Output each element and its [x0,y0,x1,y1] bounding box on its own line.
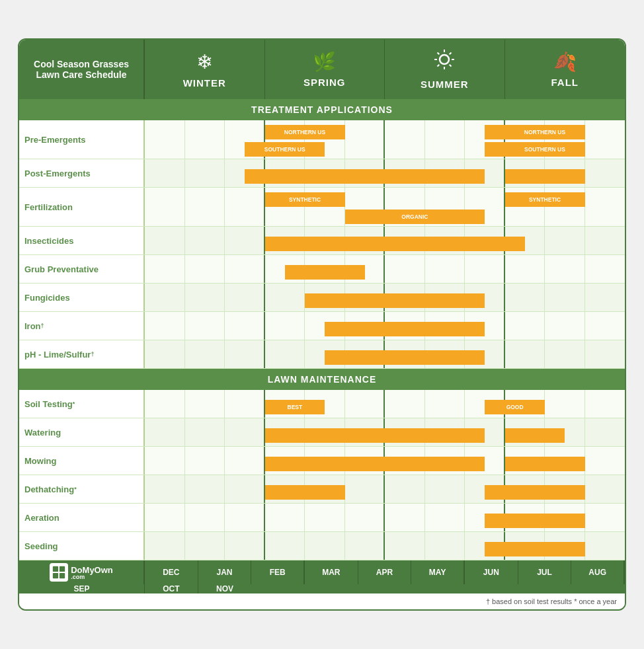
bars-6 [145,312,625,340]
month-label-JUL: JUL [518,560,572,584]
bars-2: SYNTHETICSYNTHETICORGANIC [145,188,625,226]
chart-container: Cool Season Grasses Lawn Care Schedule ❄… [18,38,626,611]
bar-unnamed [485,514,584,528]
bars-5 [145,284,625,311]
logo: DoMyOwn .com [50,563,113,582]
label-2: Fertilization [19,188,145,226]
season-winter-label: WINTER [183,77,226,89]
bar-unnamed [265,457,485,471]
bars-1 [145,418,625,446]
label-4: Grub Preventative [19,255,145,283]
month-label-DEC: DEC [145,560,198,584]
summer-icon [434,49,455,75]
bar-SYNTHETIC: SYNTHETIC [505,192,585,207]
bar-unnamed [245,169,485,184]
winter-icon: ❄ [196,50,213,73]
spring-icon: 🌿 [313,51,336,73]
label-6: Iron† [19,312,145,340]
months-row: DoMyOwn .com DECJANFEBMARAPRMAYJUNJULAUG… [19,560,625,593]
svg-rect-11 [53,573,58,578]
bar-ORGANIC: ORGANIC [345,210,485,224]
bars-3 [145,475,625,503]
season-spring: 🌿 SPRING [265,40,385,99]
bar-NORTHERN US: NORTHERN US [265,125,345,139]
svg-line-7 [450,53,452,55]
bar-SYNTHETIC: SYNTHETIC [265,192,345,207]
bars-0: BESTGOOD [145,390,625,418]
header-row: Cool Season Grasses Lawn Care Schedule ❄… [19,40,625,99]
row-treatment-applications-3: Insecticides [19,227,625,255]
fall-icon: 🍂 [553,51,577,73]
season-summer: SUMMER [385,40,505,99]
month-label-AUG: AUG [571,560,625,584]
label-1: Post-Emergents [19,159,145,187]
month-label-MAY: MAY [411,560,465,584]
row-lawn-maintenance-3: Dethatching* [19,475,625,504]
row-lawn-maintenance-4: Aeration [19,504,625,532]
label-4: Aeration [19,504,145,531]
svg-line-6 [450,65,452,67]
row-treatment-applications-4: Grub Preventative [19,255,625,284]
svg-rect-10 [60,566,65,572]
bar-SOUTHERN US: SOUTHERN US [245,142,325,157]
row-treatment-applications-5: Fungicides [19,284,625,312]
bar-unnamed [485,542,584,556]
chart-body: TREATMENT APPLICATIONSPre-EmergentsNORTH… [19,99,625,560]
row-lawn-maintenance-5: Seeding [19,532,625,560]
row-treatment-applications-0: Pre-EmergentsNORTHERN USNORTHERN USSOUTH… [19,120,625,159]
row-lawn-maintenance-1: Watering [19,418,625,447]
label-5: Fungicides [19,284,145,311]
row-lawn-maintenance-2: Mowing [19,447,625,475]
month-label-SEP: SEP [19,584,145,593]
bars-4 [145,255,625,283]
bar-unnamed [485,485,584,500]
label-3: Insecticides [19,227,145,254]
label-1: Watering [19,418,145,446]
bar-unnamed [485,142,504,157]
label-5: Seeding [19,532,145,560]
month-label-MAR: MAR [305,560,358,584]
season-winter: ❄ WINTER [145,40,265,99]
bar-BEST: BEST [265,400,325,414]
svg-rect-12 [60,573,65,578]
month-label-OCT: OCT [145,584,198,593]
label-3: Dethatching* [19,475,145,503]
bars-1 [145,159,625,187]
season-fall-label: FALL [551,77,579,88]
bar-unnamed [325,350,485,365]
label-0: Pre-Emergents [19,120,145,159]
bar-unnamed [265,428,485,443]
label-0: Soil Testing* [19,390,145,418]
month-label-JAN: JAN [198,560,252,584]
svg-line-5 [438,53,440,55]
bar-unnamed [485,125,504,139]
bars-5 [145,532,625,560]
bar-unnamed [505,169,585,184]
bar-unnamed [285,265,365,280]
bar-unnamed [505,457,585,471]
row-treatment-applications-2: FertilizationSYNTHETICSYNTHETICORGANIC [19,188,625,227]
season-spring-label: SPRING [303,77,346,88]
row-treatment-applications-1: Post-Emergents [19,159,625,188]
month-label-NOV: NOV [198,584,252,593]
logo-icon [50,563,68,582]
label-7: pH - Lime/Sulfur† [19,340,145,368]
chart-title: Cool Season Grasses Lawn Care Schedule [19,40,145,99]
bar-NORTHERN US: NORTHERN US [505,125,585,139]
section-header-1: LAWN MAINTENANCE [19,369,625,390]
month-label-JUN: JUN [465,560,518,584]
bar-unnamed [325,322,485,336]
footer-note-text: † based on soil test results * once a ye… [19,593,625,609]
bars-4 [145,504,625,531]
svg-line-8 [438,65,440,67]
section-header-0: TREATMENT APPLICATIONS [19,99,625,120]
row-treatment-applications-6: Iron† [19,312,625,340]
month-label-FEB: FEB [251,560,305,584]
row-treatment-applications-7: pH - Lime/Sulfur† [19,340,625,369]
season-summer-label: SUMMER [421,79,469,90]
bar-unnamed [265,237,525,251]
row-lawn-maintenance-0: Soil Testing*BESTGOOD [19,390,625,418]
logo-cell: DoMyOwn .com [19,560,145,584]
bar-SOUTHERN US: SOUTHERN US [505,142,585,157]
bar-GOOD: GOOD [485,400,545,414]
